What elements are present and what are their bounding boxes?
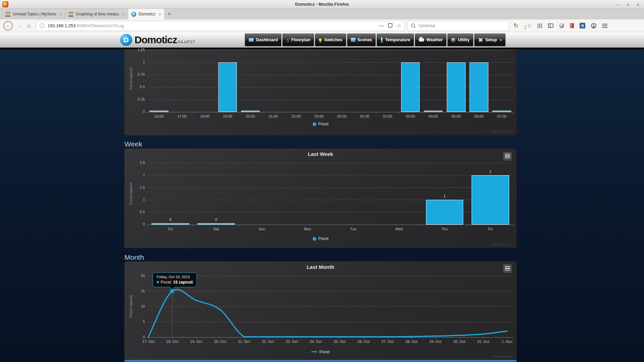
x-axis-tick bbox=[444, 112, 445, 114]
bar[interactable] bbox=[470, 62, 488, 112]
close-tab-icon[interactable]: × bbox=[159, 12, 161, 17]
nav-scenes[interactable]: Scenes bbox=[347, 34, 376, 46]
toolbar-icon-cluster: ↻ ☆ Я bbox=[514, 22, 607, 29]
x-axis-label: 19. Oct bbox=[183, 340, 210, 344]
chart-title: Last Month bbox=[124, 264, 517, 270]
chart-context-menu-button[interactable] bbox=[503, 152, 512, 161]
bar[interactable] bbox=[401, 62, 420, 112]
menu-icon[interactable] bbox=[602, 24, 607, 28]
sidebar-icon[interactable] bbox=[548, 23, 553, 28]
x-axis-label: 23. Oct bbox=[278, 340, 305, 344]
new-tab-button[interactable]: + bbox=[164, 9, 174, 19]
nav-label: Scenes bbox=[358, 38, 372, 42]
domoticz-watermark[interactable]: Domoticz.com bbox=[491, 130, 513, 133]
y-axis-tick-label: 1.25 bbox=[128, 48, 145, 52]
account-icon[interactable] bbox=[591, 23, 596, 28]
line-series[interactable] bbox=[148, 276, 513, 337]
x-axis-tick bbox=[193, 225, 194, 226]
bar-value-label: 0 bbox=[209, 218, 223, 222]
forward-button[interactable]: → bbox=[17, 22, 22, 29]
library-icon[interactable] bbox=[538, 23, 542, 28]
x-axis-label: Wed bbox=[385, 227, 412, 231]
bar[interactable] bbox=[152, 223, 189, 225]
reload-icon[interactable]: ↻ bbox=[514, 22, 518, 29]
bar[interactable] bbox=[424, 111, 443, 112]
gridline bbox=[148, 163, 513, 163]
nav-label: Utility bbox=[458, 38, 470, 42]
bar[interactable] bbox=[447, 62, 466, 112]
close-window-button[interactable]: × bbox=[635, 2, 641, 7]
y-axis-tick-label: 0 bbox=[128, 335, 145, 339]
nav-switches[interactable]: Switches bbox=[315, 34, 346, 46]
back-button[interactable]: ← bbox=[3, 21, 13, 31]
x-axis-tick bbox=[467, 225, 468, 226]
y-axis-tick-label: 2 bbox=[128, 173, 145, 177]
bookmark-star-icon[interactable]: ☆ bbox=[396, 22, 401, 29]
url-bar[interactable]: i 192.168.1.253:8080/#/Devices/147/Log •… bbox=[36, 21, 405, 31]
close-tab-icon[interactable]: × bbox=[60, 12, 62, 17]
tab-label: Graphing of time measu bbox=[76, 12, 119, 16]
x-axis-label: Sat bbox=[203, 227, 229, 231]
bar[interactable] bbox=[472, 175, 509, 225]
legend-item[interactable]: Pocet bbox=[124, 122, 517, 126]
x-axis-tick bbox=[307, 112, 308, 114]
page-actions-icon[interactable]: ••• bbox=[379, 24, 384, 28]
site-info-icon[interactable]: i bbox=[40, 23, 45, 28]
search-bar[interactable]: Vyhledat bbox=[408, 21, 509, 31]
x-axis-tick bbox=[376, 112, 376, 114]
domoticz-watermark[interactable]: Domoticz.com bbox=[491, 355, 513, 359]
x-axis-tick bbox=[422, 225, 422, 226]
pocket-shield-icon[interactable] bbox=[388, 23, 392, 28]
mysensors-favicon bbox=[5, 12, 10, 17]
nav-dashboard[interactable]: Dashboard bbox=[245, 34, 281, 46]
extension-book-icon[interactable] bbox=[570, 23, 574, 28]
nav-weather[interactable]: Weather bbox=[415, 34, 446, 46]
tab-unread-topics[interactable]: Unread Topics | MySens × bbox=[2, 9, 65, 19]
nav-label: Temperature bbox=[385, 38, 410, 42]
tab-domoticz-active[interactable]: D Domoticz × bbox=[128, 9, 164, 19]
close-tab-icon[interactable]: × bbox=[122, 12, 125, 17]
bar[interactable] bbox=[218, 62, 237, 112]
maximize-button[interactable]: + bbox=[625, 2, 631, 7]
bar[interactable] bbox=[241, 111, 260, 112]
chart-context-menu-button[interactable] bbox=[503, 264, 512, 273]
week-chart-plot[interactable]: Pocet zapnuti 00.511.522.5Fri0Sat0SunMon… bbox=[148, 163, 513, 225]
tab-graphing[interactable]: Graphing of time measu × bbox=[65, 9, 128, 19]
domoticz-watermark[interactable]: Domoticz.com bbox=[491, 243, 513, 246]
nav-utility[interactable]: Utility bbox=[447, 34, 473, 46]
extension-ball-icon[interactable] bbox=[559, 23, 564, 28]
legend-marker bbox=[313, 122, 316, 126]
tooltip-series-label: Pocet bbox=[161, 280, 171, 285]
nav-floorplan[interactable]: ⌂Floorplan bbox=[282, 34, 314, 46]
y-axis-tick-label: 15 bbox=[128, 289, 145, 293]
search-placeholder: Vyhledat bbox=[418, 23, 435, 28]
bar[interactable] bbox=[198, 223, 235, 225]
x-axis-label: 21. Oct bbox=[230, 340, 257, 344]
bar[interactable] bbox=[426, 200, 464, 225]
bar-value-label: 1 bbox=[438, 194, 451, 198]
nav-setup[interactable]: Setup▾ bbox=[474, 34, 505, 46]
month-chart-plot[interactable]: Pocet zapnuti 0510152017. Oct18. Oct19. … bbox=[148, 276, 513, 337]
nav-temperature[interactable]: Temperature bbox=[377, 34, 414, 46]
y-axis-tick-label: 0.25 bbox=[128, 97, 145, 101]
x-axis-label: Mon bbox=[294, 227, 321, 231]
x-axis-tick bbox=[220, 337, 220, 339]
bar[interactable] bbox=[150, 111, 168, 112]
bar-value-label: 0 bbox=[164, 218, 177, 222]
legend-line-marker bbox=[311, 351, 317, 353]
legend-item[interactable]: Pocet bbox=[124, 236, 517, 241]
os-titlebar: Domoticz - Mozilla Firefox − + × bbox=[0, 0, 644, 9]
x-axis-tick bbox=[399, 112, 399, 114]
x-axis-tick bbox=[170, 112, 171, 114]
x-axis-tick bbox=[339, 337, 340, 339]
page-content: Pocet zapnuti 00.250.50.7511.2516:0017:0… bbox=[0, 49, 644, 362]
home-button[interactable]: ⌂ bbox=[27, 22, 31, 29]
domoticz-logo[interactable]: D Domoticz V4.10717 bbox=[120, 34, 195, 46]
x-axis-tick bbox=[513, 112, 514, 114]
legend-item[interactable]: Pocet bbox=[124, 350, 517, 354]
minimize-button[interactable]: − bbox=[615, 2, 621, 7]
bar[interactable] bbox=[492, 111, 511, 112]
bookmarks-icon[interactable]: ☆ bbox=[524, 22, 532, 29]
yandex-extension-icon[interactable]: Я bbox=[580, 23, 585, 28]
day-chart-plot[interactable]: Pocet zapnuti 00.250.50.7511.2516:0017:0… bbox=[148, 50, 513, 112]
